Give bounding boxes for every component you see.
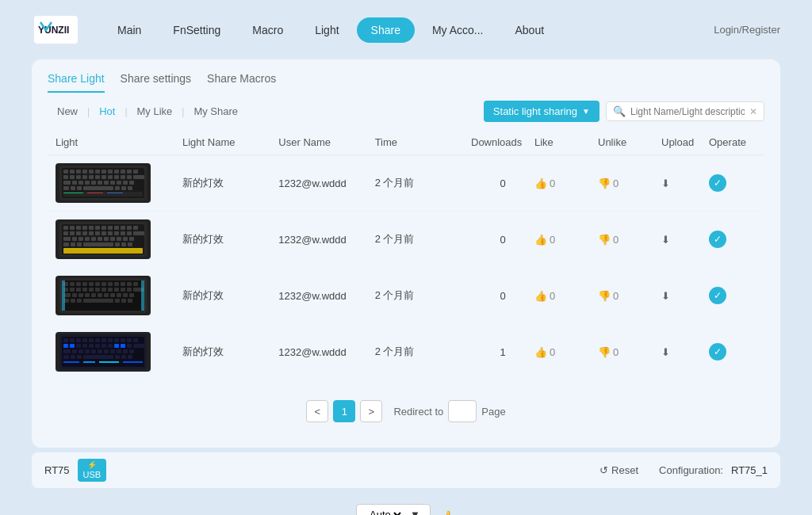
like-btn-4[interactable]: 👍 0 (534, 346, 598, 358)
svg-rect-42 (83, 186, 113, 190)
svg-rect-144 (63, 338, 68, 342)
svg-rect-44 (121, 186, 126, 190)
nav-about[interactable]: About (501, 17, 559, 43)
logo-area: YUNZII (32, 14, 79, 46)
svg-rect-125 (85, 293, 90, 297)
svg-rect-43 (115, 186, 120, 190)
table-row: 新的灯效 1232@w.wddd 2 个月前 0 👍 0 👎 0 ⬇ ✓ (48, 155, 764, 212)
operate-btn-1[interactable]: ✓ (709, 174, 726, 192)
svg-rect-60 (114, 226, 119, 230)
lightname-2: 新的灯效 (182, 232, 278, 246)
clear-search-icon[interactable]: ✕ (749, 106, 757, 117)
nav-macro[interactable]: Macro (238, 17, 297, 43)
svg-rect-29 (72, 181, 77, 185)
nav-share[interactable]: Share (357, 17, 415, 43)
sub-tabs: Share Light Share settings Share Macros (32, 59, 780, 93)
login-link[interactable]: Login/Register (714, 24, 780, 36)
nav-fnsetting[interactable]: FnSetting (159, 17, 235, 43)
svg-rect-148 (89, 338, 94, 342)
filter-hot[interactable]: Hot (90, 102, 124, 120)
svg-rect-158 (76, 344, 81, 348)
svg-rect-124 (79, 293, 83, 297)
username-2: 1232@w.wddd (278, 234, 374, 246)
svg-rect-102 (89, 282, 94, 286)
chevron-down-icon: ▼ (582, 107, 590, 116)
page-redirect-input[interactable] (448, 400, 477, 422)
svg-rect-157 (70, 344, 75, 348)
unlike-btn-4[interactable]: 👎 0 (598, 346, 661, 358)
nav-myaccount[interactable]: My Acco... (418, 17, 498, 43)
svg-rect-140 (62, 280, 65, 311)
feedback-icon[interactable]: 👍 (439, 509, 456, 515)
filter-myshare[interactable]: My Share (184, 102, 247, 120)
svg-rect-14 (127, 170, 132, 174)
unlike-btn-1[interactable]: 👎 0 (598, 177, 661, 189)
table-row: 新的灯效 1232@w.wddd 2 个月前 1 👍 0 👎 0 ⬇ ✓ (48, 324, 764, 380)
config-value: RT75_1 (731, 464, 768, 476)
svg-rect-66 (76, 231, 81, 235)
svg-rect-160 (89, 344, 94, 348)
svg-rect-120 (127, 288, 132, 292)
svg-rect-167 (133, 344, 144, 348)
page-1-btn[interactable]: 1 (333, 400, 355, 422)
svg-rect-109 (133, 282, 138, 286)
svg-rect-184 (121, 355, 126, 359)
col-lightname: Light Name (182, 136, 278, 148)
svg-rect-61 (121, 226, 125, 230)
svg-rect-152 (114, 338, 119, 342)
like-btn-1[interactable]: 👍 0 (534, 177, 598, 189)
col-light: Light (56, 136, 182, 148)
tab-share-settings[interactable]: Share settings (121, 72, 192, 93)
search-input[interactable] (630, 106, 745, 117)
filter-mylike[interactable]: My Like (128, 102, 182, 120)
svg-rect-12 (114, 170, 119, 174)
operate-btn-4[interactable]: ✓ (709, 343, 726, 360)
nav-light[interactable]: Light (301, 17, 353, 43)
unlike-btn-3[interactable]: 👎 0 (598, 290, 661, 302)
svg-rect-92 (121, 242, 126, 246)
svg-rect-20 (89, 175, 94, 179)
svg-rect-67 (82, 231, 87, 235)
prev-page-btn[interactable]: < (306, 400, 328, 422)
main-container: Share Light Share settings Share Macros … (32, 59, 780, 448)
svg-rect-80 (91, 237, 96, 241)
downloads-4: 1 (471, 346, 534, 358)
upload-btn-1[interactable]: ⬇ (661, 177, 709, 189)
tab-share-light[interactable]: Share Light (48, 72, 105, 93)
sharing-dropdown[interactable]: Static light sharing ▼ (484, 101, 599, 122)
svg-rect-177 (123, 349, 128, 353)
like-btn-3[interactable]: 👍 0 (534, 290, 598, 302)
svg-rect-22 (102, 175, 106, 179)
upload-btn-2[interactable]: ⬇ (661, 234, 709, 246)
downloads-3: 0 (471, 290, 534, 302)
usb-badge: ⚡ USB (78, 459, 107, 482)
svg-rect-9 (95, 170, 100, 174)
nav-main[interactable]: Main (103, 17, 155, 43)
svg-rect-138 (121, 299, 126, 303)
operate-btn-3[interactable]: ✓ (709, 287, 726, 304)
top-nav: YUNZII Main FnSetting Macro Light Share … (0, 0, 812, 59)
svg-rect-25 (121, 175, 125, 179)
reset-btn[interactable]: ↺ Reset (599, 464, 638, 476)
username-3: 1232@w.wddd (278, 290, 374, 302)
upload-btn-4[interactable]: ⬇ (661, 346, 709, 358)
col-unlike: Unlike (598, 136, 661, 148)
tab-share-macros[interactable]: Share Macros (207, 72, 276, 93)
svg-rect-159 (82, 344, 87, 348)
time-3: 2 个月前 (375, 288, 471, 303)
svg-rect-58 (102, 226, 106, 230)
svg-rect-49 (107, 193, 123, 193)
auto-select[interactable]: Auto (366, 508, 404, 515)
filter-new[interactable]: New (48, 102, 87, 120)
like-btn-2[interactable]: 👍 0 (534, 234, 598, 246)
unlike-btn-2[interactable]: 👎 0 (598, 234, 661, 246)
operate-btn-2[interactable]: ✓ (709, 231, 726, 248)
svg-rect-87 (63, 242, 69, 246)
svg-rect-108 (127, 282, 132, 286)
next-page-btn[interactable]: > (360, 400, 382, 422)
svg-rect-190 (123, 361, 143, 363)
svg-rect-130 (117, 293, 121, 297)
upload-btn-3[interactable]: ⬇ (661, 290, 709, 302)
svg-rect-175 (110, 349, 115, 353)
svg-rect-179 (63, 355, 69, 359)
